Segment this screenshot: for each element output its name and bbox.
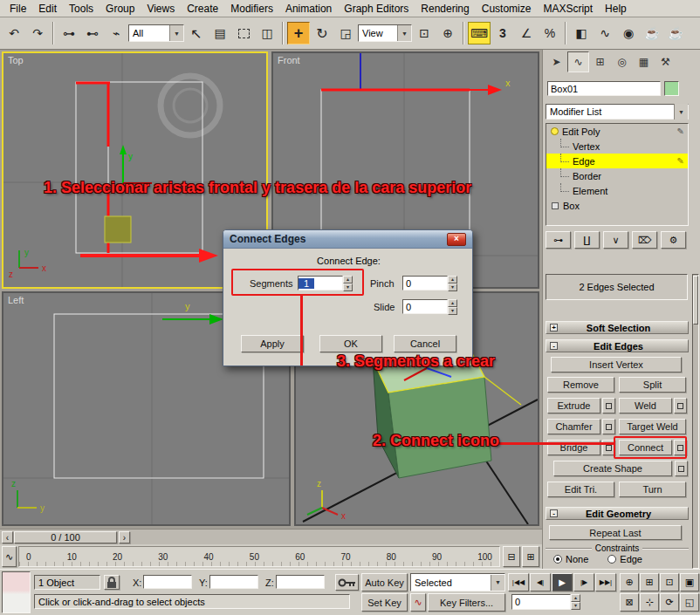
turn-button[interactable]: Turn — [619, 482, 686, 497]
selection-lock-icon[interactable] — [104, 575, 120, 590]
zoom-all-icon[interactable]: ⊞ — [640, 573, 659, 591]
pinch-spinner[interactable]: ▴ ▾ — [448, 276, 457, 290]
cancel-button[interactable]: Cancel — [394, 335, 456, 352]
slide-field[interactable]: 0 — [402, 299, 448, 314]
show-end-result-icon[interactable]: ∐ — [574, 231, 600, 249]
box-face-front[interactable] — [388, 377, 491, 478]
chevron-down-icon[interactable]: ▼ — [397, 25, 411, 41]
auto-key-button[interactable]: Auto Key — [361, 573, 408, 591]
unlink-selection-icon[interactable]: ⊷ — [81, 22, 104, 44]
zoom-region-icon[interactable]: ⊠ — [620, 593, 639, 612]
current-frame-field[interactable]: 0 — [511, 594, 571, 610]
undo-icon[interactable]: ↶ — [3, 22, 25, 44]
y-coord-field[interactable] — [209, 575, 258, 589]
stack-item-edit-poly[interactable]: Edit Poly ✎ — [546, 124, 688, 139]
spin-up-icon[interactable]: ▴ — [571, 594, 580, 602]
extrude-button[interactable]: Extrude — [547, 398, 600, 413]
viewport-left-label[interactable]: Left — [8, 295, 24, 305]
dialog-titlebar[interactable]: Connect Edges × — [223, 230, 472, 249]
stack-item-edge-selected[interactable]: Edge ✎ — [546, 154, 688, 168]
keyboard-override-icon[interactable]: ⌨ — [468, 22, 491, 44]
stack-item-element[interactable]: Element — [546, 183, 688, 198]
go-end-icon[interactable]: ▶▶| — [595, 573, 616, 591]
constraint-edge-radio[interactable]: Edge — [607, 554, 642, 564]
zoom-extents-all-icon[interactable]: ▣ — [680, 573, 699, 591]
tab-motion-icon[interactable]: ◎ — [611, 51, 633, 72]
menu-help[interactable]: Help — [599, 1, 633, 17]
configure-modifier-icon[interactable]: ⚙ — [661, 231, 686, 249]
close-icon[interactable]: × — [447, 233, 466, 246]
slide-spinner[interactable]: ▴ ▾ — [448, 299, 457, 314]
tab-display-icon[interactable]: ▦ — [633, 51, 655, 72]
insert-vertex-button[interactable]: Insert Vertex — [551, 357, 682, 372]
make-unique-icon[interactable]: ∨ — [603, 231, 628, 249]
x-coord-field[interactable] — [143, 575, 192, 589]
frame-spinner[interactable]: ▴ ▾ — [571, 594, 580, 610]
weld-settings-button[interactable] — [674, 398, 687, 413]
min-max-toggle-icon[interactable]: ◱ — [680, 593, 699, 612]
viewport-front-label[interactable]: Front — [278, 55, 300, 65]
apply-button[interactable]: Apply — [241, 335, 304, 352]
edit-tri-button[interactable]: Edit Tri. — [547, 482, 614, 497]
material-editor-icon[interactable]: ◉ — [617, 22, 640, 44]
angle-snap-icon[interactable]: ∠ — [515, 22, 538, 44]
menu-graph-editors[interactable]: Graph Editors — [338, 1, 415, 17]
pan-icon[interactable]: ⊹ — [640, 593, 659, 612]
remove-modifier-icon[interactable]: ⌦ — [632, 231, 657, 249]
chamfer-button[interactable]: Chamfer — [547, 419, 600, 434]
go-start-icon[interactable]: |◀◀ — [508, 573, 529, 591]
spin-down-icon[interactable]: ▾ — [448, 284, 457, 291]
select-link-icon[interactable]: ⊶ — [58, 22, 80, 44]
expand-icon[interactable]: + — [550, 324, 558, 331]
arc-rotate-icon[interactable]: ⟳ — [660, 593, 679, 612]
weld-button[interactable]: Weld — [619, 398, 672, 413]
play-icon[interactable]: ▶ — [552, 573, 573, 591]
remove-button[interactable]: Remove — [547, 377, 614, 393]
set-keys-key-icon[interactable] — [335, 574, 359, 591]
select-scale-icon[interactable]: ◲ — [334, 22, 357, 44]
gizmo-plane-handle[interactable] — [105, 216, 131, 243]
select-by-name-icon[interactable]: ▤ — [209, 22, 231, 44]
select-move-icon[interactable]: + — [287, 22, 310, 44]
menu-views[interactable]: Views — [141, 1, 181, 17]
refcoord-dropdown[interactable]: View ▼ — [358, 24, 412, 42]
render-setup-icon[interactable]: ☕ — [641, 22, 663, 44]
rect-region-icon[interactable] — [232, 22, 255, 44]
zoom-extents-icon[interactable]: ⊡ — [660, 573, 679, 591]
trackbar-ruler[interactable]: 0 10 20 30 40 50 60 70 80 90 100 — [18, 546, 500, 567]
split-button[interactable]: Split — [619, 377, 686, 393]
mini-curve-editor-icon[interactable]: ∿ — [2, 546, 17, 567]
curve-editor-icon[interactable]: ∿ — [594, 22, 616, 44]
chevron-down-icon[interactable]: ▼ — [169, 25, 183, 41]
menu-animation[interactable]: Animation — [279, 1, 338, 17]
zoom-icon[interactable]: ⊕ — [620, 573, 639, 591]
percent-snap-icon[interactable]: % — [539, 22, 561, 44]
viewport-top-label[interactable]: Top — [8, 55, 24, 65]
time-slider-right-icon[interactable]: › — [119, 531, 130, 543]
tab-hierarchy-icon[interactable]: ⊞ — [589, 51, 611, 72]
pinch-field[interactable]: 0 — [402, 276, 448, 290]
menu-file[interactable]: File — [3, 1, 32, 17]
stack-item-vertex[interactable]: Vertex — [546, 139, 688, 154]
menu-maxscript[interactable]: MAXScript — [537, 1, 599, 17]
menu-customize[interactable]: Customize — [476, 1, 538, 17]
stack-item-border[interactable]: Border — [546, 168, 688, 183]
create-shape-button[interactable]: Create Shape — [553, 461, 672, 476]
extrude-settings-button[interactable] — [602, 398, 615, 413]
ok-button[interactable]: OK — [319, 335, 382, 352]
window-crossing-icon[interactable]: ◫ — [256, 22, 278, 44]
create-shape-settings-button[interactable] — [675, 461, 688, 476]
select-manipulate-icon[interactable]: ⊕ — [436, 22, 459, 44]
rollout-edit-geometry[interactable]: - Edit Geometry — [546, 507, 689, 520]
constraint-none-radio[interactable]: None — [553, 554, 588, 564]
trackbar-option-a-icon[interactable]: ⊟ — [503, 546, 520, 567]
target-weld-button[interactable]: Target Weld — [619, 419, 686, 434]
object-name-field[interactable] — [547, 81, 661, 96]
tab-utilities-icon[interactable]: ⚒ — [655, 51, 676, 72]
menu-tools[interactable]: Tools — [63, 1, 100, 17]
set-key-button[interactable]: Set Key — [361, 593, 408, 612]
time-slider-left-icon[interactable]: ‹ — [2, 531, 13, 543]
modifier-enabled-bulb-icon[interactable] — [551, 127, 559, 135]
collapse-icon[interactable]: - — [550, 509, 558, 517]
chevron-down-icon[interactable]: ▼ — [491, 575, 504, 591]
